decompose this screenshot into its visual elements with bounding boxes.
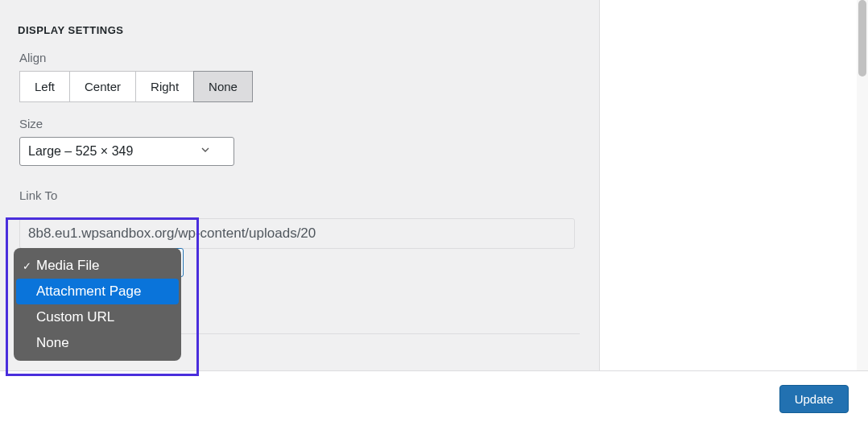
link-to-label: Link To — [19, 188, 580, 202]
dropdown-item-label: Media File — [36, 258, 99, 274]
right-panel — [610, 0, 862, 370]
align-none-button[interactable]: None — [193, 71, 253, 102]
size-value: Large – 525 × 349 — [28, 144, 133, 159]
check-icon: ✓ — [20, 260, 33, 272]
footer: Update — [0, 370, 868, 426]
align-center-button[interactable]: Center — [69, 71, 136, 102]
dropdown-item-label: None — [36, 335, 69, 351]
link-to-dropdown: ✓ Media File Attachment Page Custom URL … — [14, 248, 181, 361]
size-field: Size Large – 525 × 349 — [0, 102, 599, 166]
dropdown-item-label: Attachment Page — [36, 283, 141, 300]
dropdown-item-custom-url[interactable]: Custom URL — [14, 304, 181, 330]
dropdown-item-attachment-page[interactable]: Attachment Page — [16, 279, 179, 304]
scrollbar-thumb[interactable] — [858, 0, 866, 77]
size-label: Size — [19, 117, 580, 130]
align-label: Align — [19, 51, 580, 64]
update-button[interactable]: Update — [779, 385, 849, 413]
dropdown-item-none[interactable]: None — [14, 330, 181, 356]
align-left-button[interactable]: Left — [19, 71, 70, 102]
align-field: Align Left Center Right None — [0, 36, 599, 102]
link-to-field: Link To — [0, 166, 599, 249]
align-right-button[interactable]: Right — [135, 71, 194, 102]
size-select[interactable]: Large – 525 × 349 — [19, 137, 234, 166]
align-button-group: Left Center Right None — [19, 71, 253, 102]
section-title: DISPLAY SETTINGS — [0, 0, 599, 36]
chevron-down-icon — [201, 147, 209, 155]
dropdown-item-label: Custom URL — [36, 309, 114, 325]
scrollbar-track[interactable] — [857, 0, 868, 370]
url-input[interactable] — [19, 218, 575, 249]
dropdown-item-media-file[interactable]: ✓ Media File — [14, 253, 181, 279]
